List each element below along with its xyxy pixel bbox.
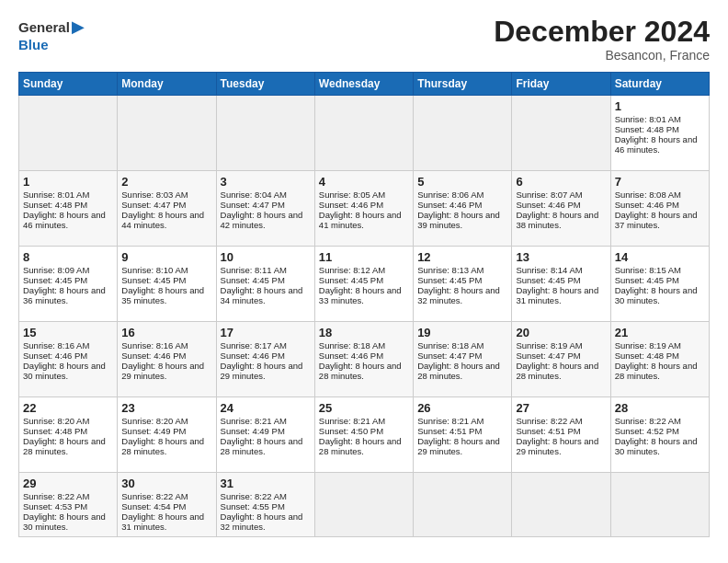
empty-day (414, 473, 512, 537)
title-block: December 2024 Besancon, France (494, 17, 710, 63)
sunrise: Sunrise: 8:21 AM (417, 416, 483, 426)
day-number: 9 (121, 250, 211, 264)
day-number: 20 (516, 326, 606, 339)
daylight: Daylight: 8 hours and 41 minutes. (319, 210, 402, 230)
daylight: Daylight: 8 hours and 34 minutes. (221, 285, 303, 305)
calendar-day: 22Sunrise: 8:20 AMSunset: 4:48 PMDayligh… (19, 397, 118, 473)
calendar-day: 2Sunrise: 8:03 AMSunset: 4:47 PMDaylight… (118, 171, 216, 247)
sunset: Sunset: 4:54 PM (121, 501, 186, 511)
sunrise: Sunrise: 8:04 AM (221, 190, 287, 200)
daylight: Daylight: 8 hours and 32 minutes. (417, 285, 500, 305)
daylight: Daylight: 8 hours and 29 minutes. (516, 436, 598, 456)
daylight: Daylight: 8 hours and 30 minutes. (615, 285, 698, 305)
day-number: 3 (221, 175, 311, 189)
calendar-day: 11Sunrise: 8:12 AMSunset: 4:45 PMDayligh… (314, 247, 413, 322)
empty-day (118, 96, 216, 171)
day-number: 4 (319, 175, 409, 189)
calendar-day: 23Sunrise: 8:20 AMSunset: 4:49 PMDayligh… (118, 397, 216, 473)
calendar-day: 12Sunrise: 8:13 AMSunset: 4:45 PMDayligh… (414, 247, 512, 322)
empty-day (512, 473, 610, 537)
logo-general: General (18, 20, 70, 34)
calendar-week: 8Sunrise: 8:09 AMSunset: 4:45 PMDaylight… (19, 247, 710, 322)
day-number: 11 (319, 250, 409, 264)
day-number: 1 (615, 99, 705, 113)
day-number: 7 (615, 175, 705, 189)
calendar-day: 15Sunrise: 8:16 AMSunset: 4:46 PMDayligh… (19, 322, 118, 397)
sunrise: Sunrise: 8:18 AM (319, 340, 385, 350)
sunset: Sunset: 4:48 PM (23, 426, 87, 436)
day-number: 26 (417, 401, 507, 415)
calendar-day: 27Sunrise: 8:22 AMSunset: 4:51 PMDayligh… (512, 397, 610, 473)
sunrise: Sunrise: 8:16 AM (23, 340, 89, 350)
sunset: Sunset: 4:48 PM (615, 124, 679, 134)
sunrise: Sunrise: 8:16 AM (121, 340, 188, 350)
sunset: Sunset: 4:46 PM (121, 350, 186, 361)
sunrise: Sunrise: 8:06 AM (417, 190, 483, 200)
day-number: 18 (319, 326, 409, 339)
sunset: Sunset: 4:49 PM (221, 426, 285, 436)
sunset: Sunset: 4:45 PM (319, 275, 383, 285)
page-container: General ▶ Blue December 2024 Besancon, F… (0, 0, 728, 546)
daylight: Daylight: 8 hours and 42 minutes. (221, 210, 303, 230)
day-number: 17 (221, 326, 311, 339)
sunrise: Sunrise: 8:21 AM (221, 416, 287, 426)
sunset: Sunset: 4:48 PM (23, 200, 87, 210)
sunset: Sunset: 4:55 PM (221, 501, 285, 511)
sunset: Sunset: 4:45 PM (121, 275, 186, 285)
day-number: 13 (516, 250, 606, 264)
calendar-day: 21Sunrise: 8:19 AMSunset: 4:48 PMDayligh… (610, 322, 709, 397)
header-row: SundayMondayTuesdayWednesdayThursdayFrid… (19, 73, 710, 96)
daylight: Daylight: 8 hours and 28 minutes. (615, 361, 698, 381)
weekday-header: Sunday (19, 73, 118, 96)
calendar-day: 7Sunrise: 8:08 AMSunset: 4:46 PMDaylight… (610, 171, 709, 247)
sunrise: Sunrise: 8:01 AM (615, 114, 681, 124)
sunrise: Sunrise: 8:18 AM (417, 340, 483, 350)
sunrise: Sunrise: 8:14 AM (516, 265, 582, 275)
daylight: Daylight: 8 hours and 28 minutes. (319, 436, 402, 456)
sunset: Sunset: 4:47 PM (516, 350, 580, 361)
empty-day (216, 96, 314, 171)
sunset: Sunset: 4:47 PM (121, 200, 186, 210)
sunrise: Sunrise: 8:10 AM (121, 265, 188, 275)
day-number: 15 (23, 326, 113, 339)
daylight: Daylight: 8 hours and 30 minutes. (615, 436, 698, 456)
empty-day (414, 96, 512, 171)
logo-icon: ▶ (72, 17, 85, 37)
sunset: Sunset: 4:46 PM (23, 350, 87, 361)
sunrise: Sunrise: 8:15 AM (615, 265, 681, 275)
daylight: Daylight: 8 hours and 28 minutes. (221, 436, 303, 456)
logo-blue: Blue (18, 37, 49, 52)
sunrise: Sunrise: 8:21 AM (319, 416, 385, 426)
daylight: Daylight: 8 hours and 29 minutes. (417, 436, 500, 456)
sunset: Sunset: 4:48 PM (615, 350, 679, 361)
day-number: 16 (121, 326, 211, 339)
sunset: Sunset: 4:53 PM (23, 501, 87, 511)
calendar-day: 17Sunrise: 8:17 AMSunset: 4:46 PMDayligh… (216, 322, 314, 397)
sunset: Sunset: 4:46 PM (516, 200, 580, 210)
calendar-day: 24Sunrise: 8:21 AMSunset: 4:49 PMDayligh… (216, 397, 314, 473)
day-number: 1 (23, 175, 113, 189)
weekday-header: Friday (512, 73, 610, 96)
calendar-day: 31Sunrise: 8:22 AMSunset: 4:55 PMDayligh… (216, 473, 314, 537)
calendar-day: 6Sunrise: 8:07 AMSunset: 4:46 PMDaylight… (512, 171, 610, 247)
sunset: Sunset: 4:51 PM (516, 426, 580, 436)
day-number: 29 (23, 477, 113, 490)
day-number: 28 (615, 401, 705, 415)
weekday-header: Wednesday (314, 73, 413, 96)
calendar-day: 14Sunrise: 8:15 AMSunset: 4:45 PMDayligh… (610, 247, 709, 322)
sunrise: Sunrise: 8:22 AM (221, 491, 287, 501)
day-number: 30 (121, 477, 211, 490)
sunset: Sunset: 4:46 PM (221, 350, 285, 361)
day-number: 24 (221, 401, 311, 415)
calendar-day: 29Sunrise: 8:22 AMSunset: 4:53 PMDayligh… (19, 473, 118, 537)
empty-day (19, 96, 118, 171)
daylight: Daylight: 8 hours and 31 minutes. (516, 285, 598, 305)
sunrise: Sunrise: 8:05 AM (319, 190, 385, 200)
day-number: 22 (23, 401, 113, 415)
weekday-header: Monday (118, 73, 216, 96)
sunrise: Sunrise: 8:11 AM (221, 265, 287, 275)
location: Besancon, France (494, 48, 710, 63)
empty-day (512, 96, 610, 171)
day-number: 5 (417, 175, 507, 189)
calendar-day: 26Sunrise: 8:21 AMSunset: 4:51 PMDayligh… (414, 397, 512, 473)
